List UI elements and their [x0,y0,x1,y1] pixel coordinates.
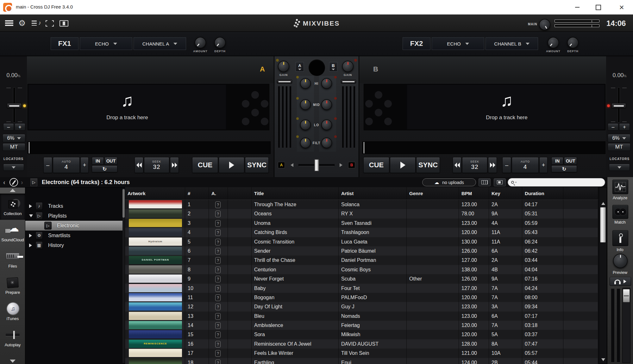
deck-a-seek-forward-button[interactable] [170,157,179,173]
table-row[interactable]: 11?BogoganPALMFooD120.007A08:00 [125,293,598,302]
tree-item-smartlists[interactable]: ⚙Smartlists [25,231,125,240]
deck-a-cue-button[interactable]: CUE [192,157,218,173]
deck-a-sync-button[interactable]: SYNC [245,157,269,173]
fx1-amount-knob[interactable] [195,37,206,48]
fx2-amount-knob[interactable] [548,37,559,48]
deck-b-auto-loop-button[interactable]: AUTO4 [512,157,539,173]
deck-a-loop-double-button[interactable]: + [80,157,89,173]
fx2-effect-select[interactable]: ECHO [432,37,484,50]
eq-mid-a-knob[interactable] [300,99,311,110]
tree-item-history[interactable]: ▦History [25,240,125,250]
close-button[interactable]: × [615,2,629,12]
deck-a-play-button[interactable] [219,157,244,173]
column-header-#[interactable]: # [185,187,209,200]
table-row[interactable]: Hydraism5?Cosmic TransitionLuca Gaeta130… [125,237,598,246]
deck-a-drop-zone[interactable]: ♫ Drop a track here [28,84,269,130]
deck-b-cue-button[interactable]: CUE [363,157,389,173]
sidebar-item-collection[interactable]: Collection [0,194,25,220]
channel-a-trim[interactable] [277,80,292,83]
table-scrollbar-thumb[interactable] [600,207,606,243]
table-row[interactable]: 15?SoraMilkwish120.005A03:37 [125,330,598,339]
preview-volume-fader[interactable] [623,289,630,302]
table-view-button[interactable] [479,178,491,186]
deck-b-pitch-range-select[interactable]: 6% [608,134,630,142]
crossfader-handle[interactable] [314,159,319,171]
playlist-queue-icon[interactable] [32,20,41,27]
deck-b-locators-dropdown[interactable] [609,164,630,171]
collapse-arrow-icon[interactable] [29,214,33,217]
eq-mid-b-knob[interactable] [321,99,332,110]
deck-a-pitch-plus-button[interactable]: + [15,123,25,131]
column-header-spacer10[interactable] [563,187,598,200]
expand-arrow-icon[interactable] [29,244,32,247]
tree-item-electronic[interactable]: ▷Electronic [25,221,125,231]
table-row[interactable]: 17?Feels Like WinterTill Von Sein121.001… [125,349,598,358]
channel-b-trim[interactable] [341,80,356,83]
deck-b-waveform[interactable] [362,141,605,154]
table-row[interactable]: DANIEL PORTMAN7?Thrill of the ChaseDanie… [125,256,598,265]
tree-item-tracks[interactable]: ♪Tracks [25,201,125,211]
deck-a-auto-loop-button[interactable]: AUTO4 [53,157,80,173]
deck-a-source-select[interactable]: A [296,62,304,71]
table-row[interactable]: 1?Through The HazeSolanca123.002A04:17 [125,200,598,209]
table-scrollbar[interactable] [599,187,607,364]
sidebar-scroll-down-icon[interactable] [10,360,16,363]
eq-hi-a-knob[interactable] [300,78,311,89]
deck-a-pitch-minus-button[interactable]: – [3,123,14,131]
deck-b-pitch-plus-button[interactable]: + [619,123,630,131]
table-row[interactable]: REMINISCENCE16?Reminiscence Of A JewelDA… [125,339,598,349]
column-header-Artwork[interactable]: Artwork [125,187,185,200]
fx1-channel-select[interactable]: CHANNEL A [134,37,186,50]
menu-icon[interactable] [5,20,13,26]
table-row[interactable]: 2?OceansRY X78.009A05:31 [125,209,598,218]
gain-a-knob[interactable] [278,61,289,72]
scroll-up-icon[interactable] [601,202,605,205]
deck-a-loop-button[interactable]: ↻ [92,165,117,172]
table-row[interactable]: 18?EarthlingEnui124.002B05:44 [125,358,598,364]
column-header-Artist[interactable]: Artist [339,187,407,200]
deck-a-seek-back-button[interactable] [135,157,143,173]
deck-b-play-button[interactable] [390,157,416,173]
sidebar-item-autoplay[interactable]: Autoplay [0,325,25,351]
deck-b-seek-length[interactable]: SEEK32 [462,157,487,173]
column-header-Genre[interactable]: Genre [407,187,459,200]
deck-b-loop-half-button[interactable]: – [502,157,511,173]
table-row[interactable]: 10?BabyFour Tet127.007A04:24 [125,284,598,293]
sampler-view-icon[interactable] [60,20,68,27]
info-button[interactable] [612,230,628,246]
layout-view-button[interactable] [494,178,506,186]
deck-b-pitch-minus-button[interactable]: – [608,123,618,131]
column-header-Duration[interactable]: Duration [522,187,563,200]
minimize-button[interactable] [570,2,584,12]
table-row[interactable]: 13?BleuNomads123.006A07:17 [125,312,598,321]
match-button[interactable] [612,205,628,219]
deck-a-loop-in-button[interactable]: IN [92,157,104,165]
sidebar-scroll-up-icon[interactable] [10,189,16,192]
filter-a-knob[interactable] [300,138,311,148]
fx2-channel-select[interactable]: CHANNEL B [486,37,538,50]
tree-item-playlists[interactable]: ▷Playlists [25,211,125,221]
table-row[interactable]: 14?AmbivalenceFeiertag120.007A03:18 [125,321,598,330]
column-header-BPM[interactable]: BPM [459,187,489,200]
deck-b-sync-button[interactable]: SYNC [416,157,440,173]
column-header-Title[interactable]: Title [252,187,339,200]
sidebar-item-prepare[interactable]: Prepare [0,272,25,299]
maximize-button[interactable] [591,2,605,12]
scroll-down-icon[interactable] [601,358,605,361]
nav-forward-icon[interactable]: › [21,179,23,186]
fx2-depth-knob[interactable] [567,37,579,48]
table-row[interactable]: 12?Day Of LightGuy J123.003A09:34 [125,302,598,311]
preview-volume-track[interactable] [622,288,630,363]
deck-b-source-select[interactable]: B [329,62,337,71]
deck-b-seek-back-button[interactable] [453,157,461,173]
nav-back-icon[interactable]: ‹ [3,179,5,186]
search-input[interactable] [518,180,597,185]
settings-gear-icon[interactable]: ⚙ [18,18,26,28]
fx1-depth-knob[interactable] [214,37,226,48]
preview-knob[interactable] [613,254,628,268]
deck-a-waveform[interactable] [28,141,271,154]
table-row[interactable]: 9?Never ForgetScubaOther126.009A07:16 [125,274,598,283]
tree-scrollbar-thumb[interactable] [122,189,125,218]
table-row[interactable]: 4?Catching BirdsTrashlagoon120.0011A05:4… [125,228,598,237]
deck-a-loop-half-button[interactable]: – [43,157,52,173]
